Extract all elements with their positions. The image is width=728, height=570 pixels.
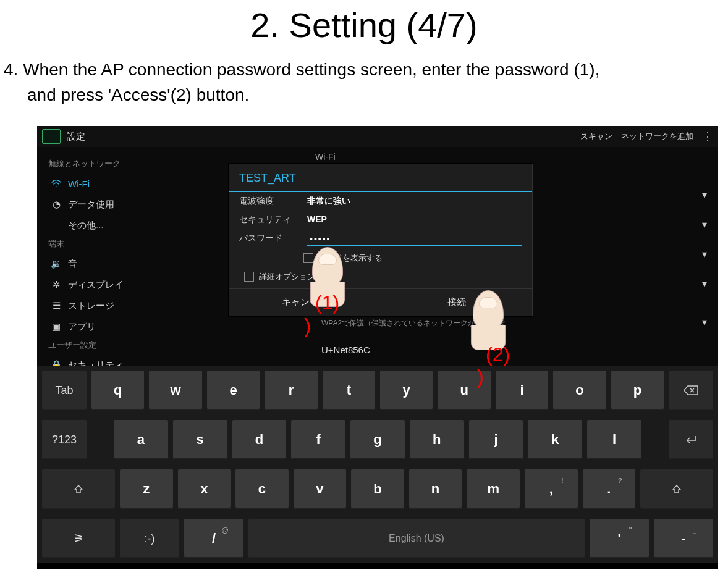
sidebar-section-user: ユーザー設定	[48, 340, 247, 351]
key-h[interactable]: h	[410, 420, 464, 459]
security-label: セキュリティ	[239, 214, 307, 225]
dialog-row-security: セキュリティ WEP	[229, 211, 532, 229]
signal-value: 非常に強い	[307, 196, 350, 207]
key-symbols[interactable]: ?123	[42, 420, 87, 459]
key-l[interactable]: l	[587, 420, 641, 459]
dialog-row-password: パスワード •••••	[229, 229, 532, 250]
key-w[interactable]: w	[149, 371, 201, 410]
onscreen-keyboard: Tab q w e r t y u i o p ?123 a s d f g h…	[37, 366, 718, 563]
sidebar-item-more[interactable]: その他...	[46, 215, 247, 236]
shift-icon	[672, 484, 682, 494]
show-password-row[interactable]: ワードを表示する	[229, 250, 532, 267]
app-title: 設定	[67, 131, 85, 143]
sidebar-item-label: 音	[68, 258, 77, 270]
key-d[interactable]: d	[232, 420, 287, 459]
wifi-signal-icon: ▾	[702, 248, 707, 260]
wifi-signal-icon: ▾	[702, 278, 707, 290]
key-r[interactable]: r	[265, 371, 317, 410]
wifi-signal-icon: ▾	[702, 316, 707, 328]
doc-step-line2: and press 'Access'(2) button.	[27, 83, 724, 108]
network-ssid: U+Net856C	[321, 345, 370, 355]
callout-1: (1)	[315, 291, 339, 314]
key-i[interactable]: i	[496, 371, 548, 410]
security-value: WEP	[307, 214, 327, 225]
key-b[interactable]: b	[351, 469, 404, 509]
key-f[interactable]: f	[291, 420, 345, 459]
sidebar-item-data[interactable]: ◔ データ使用	[46, 194, 247, 215]
checkbox-icon[interactable]	[244, 272, 254, 282]
key-a[interactable]: a	[114, 420, 168, 459]
callout-1-paren: )	[304, 314, 311, 338]
key-emoji[interactable]: :-)	[120, 519, 179, 558]
key-enter[interactable]	[669, 420, 713, 459]
key-m[interactable]: m	[467, 469, 520, 509]
key-apostrophe[interactable]: '"	[590, 519, 649, 558]
cancel-button[interactable]: キャンセル	[229, 289, 381, 316]
key-g[interactable]: g	[350, 420, 405, 459]
storage-icon: ☰	[51, 300, 62, 311]
dialog-title: TEST_ART	[229, 164, 532, 192]
key-shift-right[interactable]	[640, 469, 713, 509]
signal-label: 電波強度	[239, 196, 307, 207]
app-header: 設定 スキャン ネットワークを追加 ⋮	[37, 126, 718, 147]
dialog-row-signal: 電波強度 非常に強い	[229, 192, 532, 211]
sidebar-item-storage[interactable]: ☰ ストレージ	[46, 295, 247, 316]
sidebar-item-label: ストレージ	[68, 300, 114, 312]
connect-button[interactable]: 接続	[381, 289, 533, 316]
key-q[interactable]: q	[91, 371, 144, 410]
sidebar-item-label: ディスプレイ	[68, 279, 124, 291]
wifi-signal-icon: ▾	[702, 219, 707, 230]
data-usage-icon: ◔	[51, 199, 62, 210]
key-v[interactable]: v	[294, 469, 347, 509]
key-e[interactable]: e	[207, 371, 260, 410]
action-scan[interactable]: スキャン	[580, 131, 612, 142]
key-shift-left[interactable]	[42, 469, 115, 509]
doc-step-line1: 4. When the AP connection password setti…	[4, 60, 599, 79]
sidebar-item-wifi[interactable]: Wi-Fi	[46, 173, 247, 194]
sidebar-item-display[interactable]: ✲ ディスプレイ	[46, 274, 247, 295]
sidebar-item-label: Wi-Fi	[68, 178, 90, 189]
display-icon: ✲	[51, 279, 62, 290]
key-c[interactable]: c	[235, 469, 289, 509]
key-p[interactable]: p	[611, 371, 664, 410]
key-comma[interactable]: ,!	[525, 469, 578, 509]
key-backspace[interactable]	[669, 371, 713, 410]
key-j[interactable]: j	[469, 420, 523, 459]
enter-icon	[684, 435, 698, 445]
key-slash[interactable]: /@	[184, 519, 243, 558]
wifi-signal-icon: ▾	[702, 189, 707, 201]
password-label: パスワード	[239, 233, 307, 246]
checkbox-icon[interactable]	[303, 253, 313, 263]
key-x[interactable]: x	[178, 469, 231, 509]
key-o[interactable]: o	[553, 371, 606, 410]
key-y[interactable]: y	[380, 371, 433, 410]
callout-2: (2)	[486, 343, 510, 366]
sound-icon: 🔉	[51, 258, 62, 269]
key-z[interactable]: z	[120, 469, 173, 509]
doc-title: 2. Setting (4/7)	[0, 5, 728, 45]
shift-icon	[74, 484, 83, 494]
sidebar-item-label: データ使用	[68, 199, 114, 211]
action-add-network[interactable]: ネットワークを追加	[621, 131, 693, 142]
key-language[interactable]: ⚞	[42, 519, 115, 558]
key-dash[interactable]: -_	[654, 519, 713, 558]
password-input[interactable]: •••••	[307, 233, 522, 246]
sidebar-item-label: アプリ	[68, 321, 96, 333]
key-space[interactable]: English (US)	[248, 519, 585, 558]
dialog-buttons: キャンセル 接続	[229, 288, 532, 316]
sidebar-item-apps[interactable]: ▣ アプリ	[46, 316, 247, 337]
key-s[interactable]: s	[173, 420, 227, 459]
wifi-icon	[51, 178, 62, 189]
advanced-options-row[interactable]: 詳細オプションを表	[229, 267, 532, 288]
key-k[interactable]: k	[528, 420, 582, 459]
sidebar-section-wireless: 無線とネットワーク	[48, 158, 247, 169]
sidebar-item-sound[interactable]: 🔉 音	[46, 253, 247, 274]
key-n[interactable]: n	[409, 469, 462, 509]
apps-icon: ▣	[51, 321, 62, 332]
backspace-icon	[683, 385, 699, 396]
app-icon	[42, 129, 61, 144]
key-t[interactable]: t	[323, 371, 375, 410]
key-tab[interactable]: Tab	[42, 371, 87, 410]
key-period[interactable]: .?	[583, 469, 636, 509]
menu-overflow-icon[interactable]: ⋮	[702, 130, 713, 143]
